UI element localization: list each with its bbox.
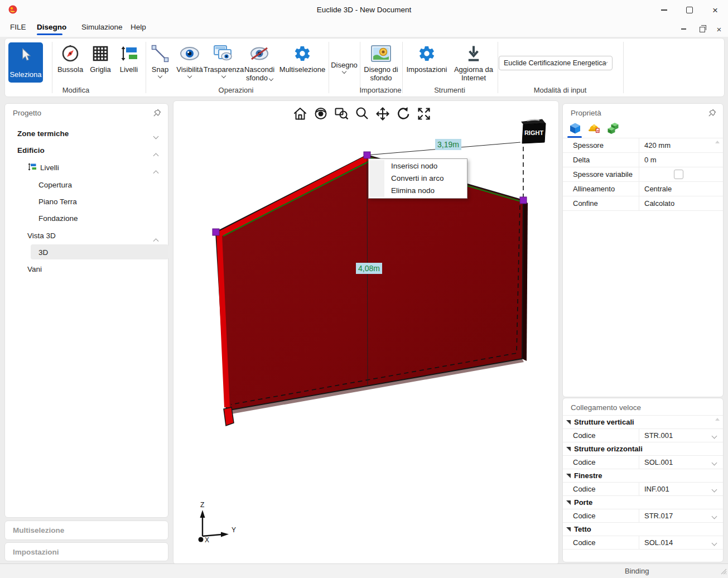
tree-item-3d-selected[interactable]: 3D: [38, 245, 48, 259]
collegamento-veloce-title: Collegamento veloce: [571, 403, 641, 412]
chevron-down-icon: [342, 69, 346, 74]
disegno-di-sfondo-label: Disegno di sfondo: [361, 65, 401, 82]
close-button[interactable]: ×: [704, 2, 726, 18]
pin-icon[interactable]: [153, 109, 161, 117]
chevron-down-icon[interactable]: [712, 431, 716, 440]
context-menu-item-elimina-nodo[interactable]: Elimina nodo: [369, 185, 467, 197]
doc-close-button[interactable]: ×: [712, 23, 726, 35]
doc-restore-button[interactable]: [695, 23, 710, 35]
tree-item-vista-3d[interactable]: Vista 3D: [27, 228, 56, 243]
compass-icon: [61, 43, 80, 64]
input-mode-select[interactable]: Euclide Certificazione Energetica: [499, 56, 613, 70]
impostazioni-button[interactable]: Impostazioni: [404, 43, 449, 86]
codice-value[interactable]: SOL.014: [639, 538, 712, 547]
table-row: Codice SOL.001: [563, 456, 723, 469]
impostazioni-panel-collapsed[interactable]: Impostazioni: [4, 542, 168, 561]
vertex-node[interactable]: [520, 197, 527, 204]
pin-icon[interactable]: [708, 109, 716, 117]
table-row: Spessore 420 mm: [563, 138, 723, 153]
green-blocks-icon[interactable]: [606, 122, 620, 135]
chevron-down-icon[interactable]: [712, 458, 716, 466]
axis-triad: Z Y X: [189, 493, 239, 548]
section-header-label: Strutture verticali: [574, 418, 634, 426]
visibilita-label: Visibilità: [176, 65, 203, 74]
seleziona-label: Seleziona: [9, 70, 41, 79]
context-menu-item-inserisci-nodo[interactable]: Inserisci nodo: [369, 160, 467, 172]
chevron-up-icon[interactable]: [154, 234, 158, 244]
chevron-up-icon[interactable]: [154, 148, 158, 158]
codice-value[interactable]: INF.001: [639, 485, 712, 493]
orbit-view-icon[interactable]: [312, 105, 329, 122]
tree-item-edificio[interactable]: Edificio: [17, 143, 45, 157]
chevron-down-icon[interactable]: [154, 131, 158, 141]
gear-icon: [293, 43, 311, 64]
view-cube[interactable]: RIGHT: [517, 115, 548, 148]
aggiorna-da-internet-button[interactable]: Aggiorna da Internet: [450, 43, 497, 86]
maximize-button[interactable]: [678, 2, 701, 18]
input-mode-value: Euclide Certificazione Energetica: [504, 59, 606, 67]
doc-minimize-button[interactable]: [676, 23, 691, 35]
multiselezione-panel-collapsed[interactable]: Multiselezione: [4, 521, 168, 540]
dimension-label-vertical[interactable]: 4,08m: [356, 263, 382, 274]
modifica-group-label: Modifica: [62, 86, 89, 94]
section-strutture-orizzontali[interactable]: Strutture orizzontali: [563, 442, 723, 456]
menu-disegno[interactable]: Disegno: [37, 23, 66, 31]
prop-value-confine[interactable]: Calcolato: [639, 199, 674, 208]
menu-help[interactable]: Help: [131, 23, 146, 31]
resize-grip[interactable]: [721, 567, 727, 577]
nascondi-sfondo-button[interactable]: Nascondi sfondo: [242, 43, 277, 86]
vertex-node[interactable]: [213, 229, 219, 235]
dimension-label-horizontal[interactable]: 3,19m: [435, 139, 461, 150]
prop-value-spessore[interactable]: 420 mm: [639, 141, 671, 150]
menu-simulazione[interactable]: Simulazione: [81, 23, 123, 31]
construction-hat-icon[interactable]: [587, 122, 601, 135]
wall-cube-icon[interactable]: [568, 122, 582, 135]
collegamento-veloce-table: Strutture verticali Codice STR.001 Strut…: [563, 415, 723, 550]
chevron-up-icon[interactable]: [154, 166, 158, 176]
hidden-eye-icon: [249, 43, 270, 64]
spessore-variabile-checkbox[interactable]: [674, 170, 683, 179]
codice-value[interactable]: STR.001: [639, 431, 712, 440]
codice-value[interactable]: SOL.001: [639, 458, 712, 466]
menu-file[interactable]: FILE: [10, 23, 26, 31]
pan-icon[interactable]: [374, 105, 391, 122]
disegno-dropdown[interactable]: Disegno: [331, 55, 358, 78]
statusbar: Binding: [0, 563, 728, 578]
chevron-down-icon[interactable]: [712, 538, 716, 547]
context-menu-item-converti-in-arco[interactable]: Converti in arco: [369, 172, 467, 185]
tree-item-copertura[interactable]: Copertura: [38, 177, 72, 192]
trasparenza-button[interactable]: Trasparenza: [206, 43, 241, 86]
disegno-di-sfondo-button[interactable]: Disegno di sfondo: [361, 43, 401, 86]
vertex-node[interactable]: [364, 152, 370, 158]
section-tetto[interactable]: Tetto: [563, 523, 723, 536]
aggiorna-da-internet-label: Aggiorna da Internet: [450, 65, 497, 82]
visibilita-button[interactable]: Visibilità: [173, 43, 206, 86]
rotate-icon[interactable]: [395, 105, 412, 122]
section-finestre[interactable]: Finestre: [563, 469, 723, 483]
prop-value-allineamento[interactable]: Centrale: [639, 185, 672, 193]
minimize-button[interactable]: [653, 2, 675, 18]
tree-item-livelli[interactable]: Livelli: [40, 160, 59, 175]
zoom-window-icon[interactable]: [333, 105, 350, 122]
multiselezione-button[interactable]: Multiselezione: [278, 43, 327, 86]
snap-button[interactable]: Snap: [148, 43, 172, 86]
zoom-fit-icon[interactable]: [416, 105, 432, 122]
zoom-icon[interactable]: [354, 105, 370, 122]
home-icon[interactable]: [292, 105, 308, 122]
bussola-button[interactable]: Bussola: [55, 43, 85, 86]
chevron-down-icon[interactable]: [712, 485, 716, 493]
codice-value[interactable]: STR.017: [639, 512, 712, 520]
prop-label-spessore: Spessore: [563, 138, 639, 152]
livelli-button[interactable]: Livelli: [115, 43, 142, 86]
griglia-button[interactable]: Griglia: [86, 43, 114, 86]
tree-item-vani[interactable]: Vani: [27, 262, 42, 276]
seleziona-button[interactable]: Seleziona: [8, 42, 43, 83]
tree-item-zone-termiche[interactable]: Zone termiche: [17, 126, 69, 141]
3d-viewport[interactable]: RIGHT 3,19m 4,08m Inserisci nodo Convert…: [173, 100, 559, 565]
section-porte[interactable]: Porte: [563, 496, 723, 509]
chevron-down-icon[interactable]: [712, 512, 716, 520]
tree-item-piano-terra[interactable]: Piano Terra: [38, 194, 77, 209]
prop-value-delta[interactable]: 0 m: [639, 156, 657, 164]
tree-item-fondazione[interactable]: Fondazione: [38, 211, 78, 225]
section-strutture-verticali[interactable]: Strutture verticali: [563, 416, 723, 429]
